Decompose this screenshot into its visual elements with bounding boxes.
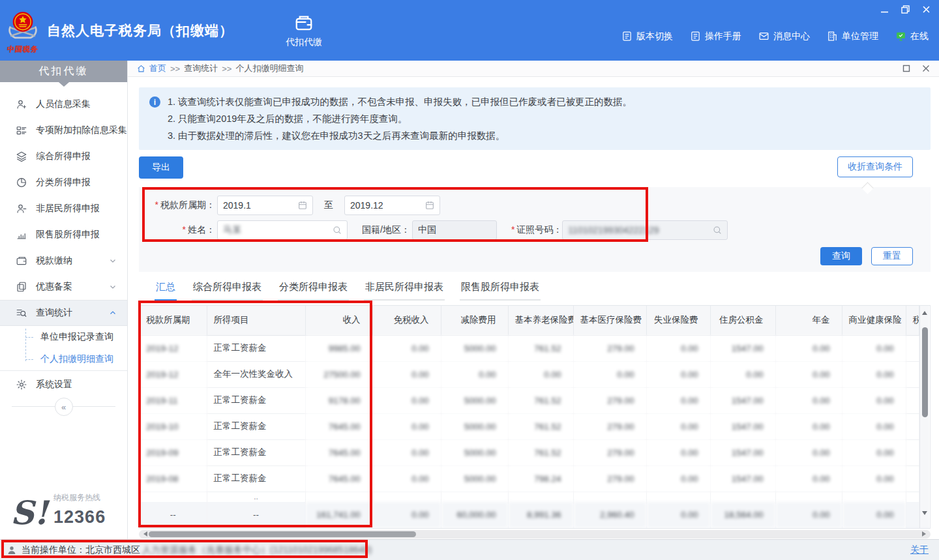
column-header[interactable]: 免税收入 — [372, 306, 441, 335]
table-cell: 0.00 — [372, 361, 441, 387]
tab-restricted-shares-return[interactable]: 限售股所得申报表 — [460, 281, 541, 301]
export-button[interactable]: 导出 — [139, 156, 183, 179]
tab-summary[interactable]: 汇总 — [155, 281, 177, 301]
column-header[interactable]: 税款所属期 — [140, 306, 207, 335]
table-cell — [906, 413, 919, 439]
vertical-scroll-thumb[interactable] — [922, 327, 928, 417]
horizontal-scrollbar[interactable] — [139, 530, 931, 538]
table-cell: 0.00 — [842, 439, 906, 465]
panel-maximize-button[interactable] — [902, 65, 910, 72]
nav-message-center[interactable]: 消息中心 — [758, 31, 810, 42]
vertical-scrollbar[interactable] — [919, 306, 929, 528]
sidebar-item-personnel-info[interactable]: 人员信息采集 — [0, 91, 127, 117]
close-button[interactable] — [921, 5, 931, 14]
table-row[interactable]: 2019-12正常工资薪金9985.000.005000.00761.52279… — [140, 335, 919, 361]
calendar-icon[interactable] — [425, 200, 435, 211]
sidebar-item-classified-income[interactable]: 分类所得申报 — [0, 169, 127, 196]
sidebar: 代扣代缴 人员信息采集 专项附加扣除信息采集 综合所得申报 分类所得申报 非居民… — [0, 61, 128, 539]
sidebar-subitem-unit-declaration-query[interactable]: 单位申报记录查询 — [0, 326, 127, 348]
panel-close-button[interactable] — [922, 65, 930, 72]
horizontal-scroll-thumb[interactable] — [149, 531, 416, 537]
query-actions: 查询 重置 — [820, 247, 913, 265]
column-header[interactable]: 所得项目 — [207, 306, 305, 335]
restore-button[interactable] — [900, 5, 910, 14]
table-cell — [842, 492, 906, 502]
breadcrumb-home[interactable]: 首页 — [149, 63, 166, 74]
table-row[interactable]: 2019-08正常工资薪金7645.000.005000.00798.24279… — [140, 465, 919, 492]
table-cell — [508, 492, 573, 502]
notice-box: i 1. 该查询统计表仅能查询已申报成功的数据，不包含未申报、申报失败，已申报但… — [139, 87, 931, 150]
minimize-button[interactable] — [879, 5, 889, 14]
sidebar-item-tax-payment[interactable]: 税款缴纳 — [0, 248, 127, 274]
table-cell: 1547.00 — [710, 439, 775, 465]
table-cell: 0.00 — [441, 361, 508, 387]
table-cell — [906, 361, 919, 387]
table-cell: 9178.00 — [305, 387, 372, 413]
column-header[interactable]: 收入 — [305, 306, 372, 335]
online-status[interactable]: 在线 — [895, 31, 929, 42]
table-cell — [710, 492, 775, 502]
sidebar-item-query-statistics[interactable]: 查询统计 — [0, 300, 127, 326]
table-cell: 279.00 — [573, 413, 646, 439]
query-button[interactable]: 查询 — [820, 247, 862, 265]
gear-icon — [16, 379, 27, 391]
sidebar-item-special-deduction[interactable]: 专项附加扣除信息采集 — [0, 117, 127, 143]
tab-nonresident-income-return[interactable]: 非居民所得申报表 — [364, 281, 445, 301]
calendar-icon[interactable] — [297, 200, 308, 211]
period-from-field[interactable] — [217, 196, 313, 215]
table-row[interactable]: 2019-12全年一次性奖金收入27500.000.000.000.000.00… — [140, 361, 919, 387]
table-row[interactable]: 2019-10正常工资薪金7645.000.005000.00761.52279… — [140, 413, 919, 439]
wallet-icon — [16, 255, 27, 267]
search-icon[interactable] — [712, 225, 723, 235]
period-to-field[interactable] — [344, 196, 440, 215]
reset-button[interactable]: 重置 — [871, 247, 913, 265]
id-number-field[interactable]: 110102199304222129 — [562, 220, 728, 240]
tab-withholding-module[interactable]: 代扣代缴 — [274, 0, 334, 61]
breadcrumb-item[interactable]: 查询统计 — [184, 63, 218, 74]
results-table-zone: 税款所属期所得项目收入免税收入减除费用基本养老保险费基本医疗保险费失业保险费住房… — [139, 305, 931, 538]
person-plus-icon — [16, 98, 27, 110]
sidebar-item-preferential-filing[interactable]: 优惠备案 — [0, 274, 127, 300]
collapse-query-button[interactable]: 收折查询条件 — [837, 156, 913, 177]
table-cell: 5000.00 — [441, 387, 508, 413]
required-mark: * — [511, 224, 514, 235]
table-cell — [140, 492, 207, 502]
search-icon[interactable] — [332, 225, 342, 235]
tab-comprehensive-income-return[interactable]: 综合所得申报表 — [192, 281, 263, 301]
scroll-up-button[interactable] — [920, 306, 929, 316]
column-header[interactable]: 税 — [906, 306, 919, 335]
tab-classified-income-return[interactable]: 分类所得申报表 — [278, 281, 349, 301]
name-field[interactable]: 马某 — [217, 220, 348, 240]
scroll-down-button[interactable] — [920, 508, 929, 518]
table-row[interactable]: 2019-09正常工资薪金7645.000.005000.00761.52279… — [140, 439, 919, 465]
table-total-row: ----161,741.000.0060,000.008,991.362,960… — [140, 502, 919, 528]
sidebar-item-restricted-shares[interactable]: 限售股所得申报 — [0, 222, 127, 248]
nav-manual[interactable]: 操作手册 — [690, 31, 741, 42]
column-header[interactable]: 商业健康保险 — [842, 306, 906, 335]
nav-version-switch[interactable]: 版本切换 — [621, 31, 673, 42]
home-icon — [137, 65, 145, 73]
table-cell: 0.00 — [372, 335, 441, 361]
table-row[interactable]: 2019-11正常工资薪金9178.000.005000.00761.52279… — [140, 387, 919, 413]
table-cell: 18,564.00 — [710, 502, 775, 528]
table-cell: 279.00 — [573, 335, 646, 361]
column-header[interactable]: 失业保险费 — [646, 306, 710, 335]
sidebar-collapse-button[interactable]: « — [55, 398, 73, 416]
column-header[interactable]: 基本医疗保险费 — [573, 306, 646, 335]
table-cell: 0.00 — [775, 361, 842, 387]
sidebar-subitem-personal-withholding-query[interactable]: 个人扣缴明细查询 — [0, 348, 127, 370]
about-link[interactable]: 关于 — [910, 544, 929, 556]
table-cell: 761.52 — [508, 335, 573, 361]
column-header[interactable]: 减除费用 — [441, 306, 508, 335]
layers-icon — [16, 151, 27, 162]
sidebar-item-nonresident-income[interactable]: 非居民所得申报 — [0, 196, 127, 222]
column-header[interactable]: 年金 — [775, 306, 842, 335]
scroll-right-button[interactable] — [922, 531, 929, 537]
sidebar-item-comprehensive-income[interactable]: 综合所得申报 — [0, 143, 127, 169]
nav-unit-management[interactable]: 单位管理 — [827, 31, 878, 42]
column-header[interactable]: 基本养老保险费 — [508, 306, 573, 335]
sidebar-item-system-settings[interactable]: 系统设置 — [0, 371, 127, 398]
column-header[interactable]: 住房公积金 — [710, 306, 775, 335]
scroll-left-button[interactable] — [141, 531, 147, 537]
table-cell: 0.00 — [646, 465, 710, 492]
